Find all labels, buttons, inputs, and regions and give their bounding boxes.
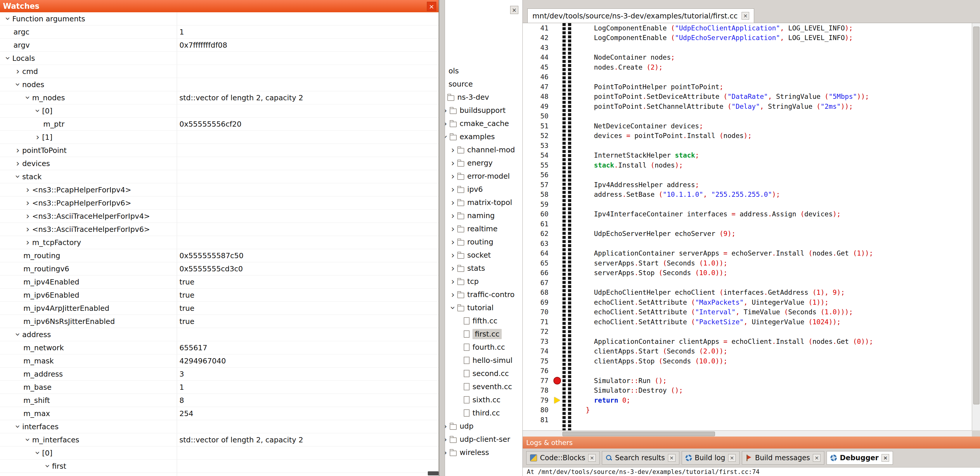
watch-row-devices[interactable]: ›devices bbox=[0, 157, 439, 170]
close-icon[interactable]: × bbox=[427, 2, 436, 11]
code-text[interactable]: clientApps.Stop (Seconds (10.0)); bbox=[586, 357, 727, 365]
watch-row-stack[interactable]: ›stack bbox=[0, 170, 439, 183]
watch-row-function-arguments[interactable]: ›Function arguments bbox=[0, 12, 439, 26]
expand-icon[interactable]: › bbox=[449, 238, 457, 246]
collapse-icon[interactable]: › bbox=[3, 14, 12, 23]
tree-item-fourth-cc[interactable]: fourth.cc bbox=[445, 341, 522, 354]
expand-icon[interactable]: › bbox=[449, 277, 457, 286]
code-text[interactable]: return 0; bbox=[586, 396, 630, 404]
code-text[interactable]: UdpEchoClientHelper echoClient (interfac… bbox=[586, 289, 845, 296]
tree-item-ns-3-dev[interactable]: ns-3-dev bbox=[445, 91, 522, 104]
tree-item-seventh-cc[interactable]: seventh.cc bbox=[445, 380, 522, 393]
expand-icon[interactable]: › bbox=[23, 238, 32, 247]
close-icon[interactable]: × bbox=[728, 454, 736, 462]
tree-item-hello-simul[interactable]: hello-simul bbox=[445, 354, 522, 367]
watch-row-m-nodes[interactable]: ›m_nodesstd::vector of length 2, capacit… bbox=[0, 91, 439, 104]
logs-tab-build-messages[interactable]: Build messages× bbox=[742, 451, 824, 465]
code-text[interactable]: echoClient.SetAttribute ("PacketSize", U… bbox=[586, 318, 841, 326]
expand-icon[interactable]: › bbox=[445, 106, 450, 115]
watch-row-m-interfaces[interactable]: ›m_interfacesstd::vector of length 2, ca… bbox=[0, 433, 439, 446]
tree-item-udp-client-ser[interactable]: ›udp-client-ser bbox=[445, 433, 522, 446]
code-text[interactable]: ApplicationContainer clientApps = echoCl… bbox=[586, 338, 873, 345]
watch-row-ns3-asciitracehelperforipv4[interactable]: ›<ns3::AsciiTraceHelperForIpv4> bbox=[0, 210, 439, 223]
code-editor[interactable]: 41 LogComponentEnable ("UdpEchoClientApp… bbox=[523, 23, 972, 430]
expand-icon[interactable]: › bbox=[449, 145, 457, 154]
close-icon[interactable]: × bbox=[813, 454, 821, 462]
collapse-icon[interactable]: › bbox=[33, 106, 42, 115]
watch-row-m-routingv6[interactable]: m_routingv60x5555555cd3c0 bbox=[0, 262, 439, 275]
tree-item-cmake-cache[interactable]: ›cmake_cache bbox=[445, 117, 522, 130]
expand-icon[interactable]: › bbox=[445, 422, 450, 431]
logs-tab-debugger[interactable]: Debugger× bbox=[827, 451, 893, 465]
watch-row-locals[interactable]: ›Locals bbox=[0, 52, 439, 65]
watch-row-argv[interactable]: argv0x7fffffffdf08 bbox=[0, 38, 439, 52]
watch-row-m-ipv4enabled[interactable]: m_ipv4Enabledtrue bbox=[0, 275, 439, 289]
watch-row-argc[interactable]: argc1 bbox=[0, 26, 439, 38]
watch-row-m-ptr[interactable]: m_ptr0x5555555ca660 bbox=[0, 473, 439, 476]
watches-titlebar[interactable]: Watches × bbox=[0, 0, 439, 12]
code-text[interactable]: PointToPointHelper pointToPoint; bbox=[586, 83, 724, 91]
collapse-icon[interactable]: › bbox=[13, 422, 22, 431]
watch-row-m-ptr[interactable]: m_ptr0x55555556cf20 bbox=[0, 118, 439, 131]
tree-item-socket[interactable]: ›socket bbox=[445, 249, 522, 262]
code-text[interactable]: LogComponentEnable ("UdpEchoClientApplic… bbox=[586, 24, 853, 32]
tree-item-fifth-cc[interactable]: fifth.cc bbox=[445, 314, 522, 327]
watch-row-m-routing[interactable]: m_routing0x555555587c50 bbox=[0, 249, 439, 262]
logs-tab-search-results[interactable]: Search results× bbox=[602, 451, 679, 465]
tree-item-routing[interactable]: ›routing bbox=[445, 235, 522, 249]
close-icon[interactable]: × bbox=[741, 12, 749, 19]
expand-icon[interactable]: › bbox=[449, 251, 457, 260]
code-text[interactable]: echoClient.SetAttribute ("Interval", Tim… bbox=[586, 308, 853, 316]
watch-row-ns3-asciitracehelperforipv6[interactable]: ›<ns3::AsciiTraceHelperForIpv6> bbox=[0, 223, 439, 236]
code-text[interactable]: clientApps.Start (Seconds (2.0)); bbox=[586, 347, 727, 355]
logs-tab-code-blocks[interactable]: Code::Blocks× bbox=[526, 451, 600, 465]
tree-item-wireless[interactable]: ›wireless bbox=[445, 446, 522, 459]
tree-item-third-cc[interactable]: third.cc bbox=[445, 406, 522, 420]
expand-icon[interactable]: › bbox=[449, 185, 457, 194]
scrollbar-thumb[interactable] bbox=[973, 27, 979, 404]
collapse-icon[interactable]: › bbox=[3, 54, 12, 62]
panel-scrollbar[interactable] bbox=[439, 0, 445, 476]
close-icon[interactable]: × bbox=[510, 6, 518, 14]
tree-item-tutorial[interactable]: ›tutorial bbox=[445, 301, 522, 314]
expand-icon[interactable]: › bbox=[33, 133, 42, 142]
expand-icon[interactable]: › bbox=[445, 448, 450, 457]
watch-row-m-base[interactable]: m_base1 bbox=[0, 381, 439, 394]
expand-icon[interactable]: › bbox=[13, 67, 22, 76]
tree-item-realtime[interactable]: ›realtime bbox=[445, 222, 522, 235]
expand-icon[interactable]: › bbox=[13, 146, 22, 155]
watch-row-1[interactable]: ›[1] bbox=[0, 131, 439, 144]
expand-icon[interactable]: › bbox=[449, 172, 457, 181]
expand-icon[interactable]: › bbox=[23, 212, 32, 220]
watch-row-m-shift[interactable]: m_shift8 bbox=[0, 394, 439, 407]
tree-item-ols[interactable]: ols bbox=[445, 64, 522, 77]
expand-icon[interactable]: › bbox=[449, 198, 457, 207]
watch-row-first[interactable]: ›first bbox=[0, 460, 439, 473]
code-text[interactable]: Ipv4InterfaceContainer interfaces = addr… bbox=[586, 210, 841, 218]
scrollbar-thumb[interactable] bbox=[562, 431, 715, 436]
expand-icon[interactable]: › bbox=[23, 225, 32, 233]
tree-item-naming[interactable]: ›naming bbox=[445, 209, 522, 222]
watch-row-m-max[interactable]: m_max254 bbox=[0, 407, 439, 420]
tree-item-source[interactable]: source bbox=[445, 77, 522, 91]
collapse-icon[interactable]: › bbox=[23, 435, 32, 444]
watch-row-interfaces[interactable]: ›interfaces bbox=[0, 420, 439, 433]
tree-item-second-cc[interactable]: second.cc bbox=[445, 367, 522, 380]
watch-row-0[interactable]: ›[0] bbox=[0, 446, 439, 460]
code-text[interactable]: NodeContainer nodes; bbox=[586, 54, 675, 61]
code-text[interactable]: pointToPoint.SetDeviceAttribute ("DataRa… bbox=[586, 93, 869, 100]
breakpoint-margin[interactable] bbox=[552, 397, 562, 404]
collapse-icon[interactable]: › bbox=[43, 462, 52, 470]
tree-item-tcp[interactable]: ›tcp bbox=[445, 275, 522, 288]
code-text[interactable]: InternetStackHelper stack; bbox=[586, 152, 699, 159]
code-text[interactable]: pointToPoint.SetChannelAttribute ("Delay… bbox=[586, 103, 853, 110]
code-text[interactable]: Simulator::Run (); bbox=[586, 377, 667, 385]
tree-item-udp[interactable]: ›udp bbox=[445, 420, 522, 433]
watch-row-ns3-pcaphelperforipv4[interactable]: ›<ns3::PcapHelperForIpv4> bbox=[0, 183, 439, 196]
collapse-icon[interactable]: › bbox=[13, 172, 22, 181]
collapse-icon[interactable]: › bbox=[445, 133, 450, 141]
editor-horizontal-scrollbar[interactable] bbox=[523, 430, 972, 436]
watch-row-address[interactable]: ›address bbox=[0, 328, 439, 341]
watch-row-ns3-pcaphelperforipv6[interactable]: ›<ns3::PcapHelperForIpv6> bbox=[0, 196, 439, 210]
expand-icon[interactable]: › bbox=[449, 225, 457, 233]
